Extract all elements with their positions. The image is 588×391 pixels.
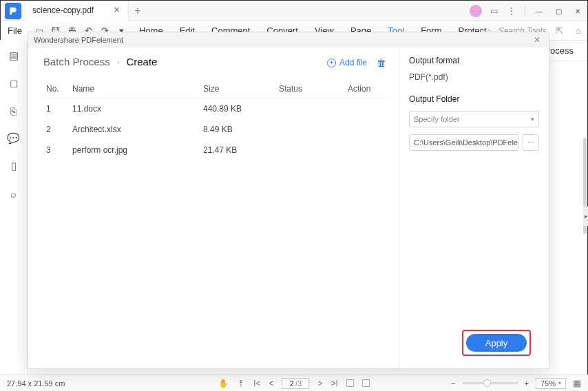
add-file-label: Add file [339, 58, 367, 67]
cell-no: 3 [43, 140, 70, 160]
cell-name: 11.docx [70, 98, 200, 120]
file-actions: + Add file 🗑 [327, 57, 386, 68]
zoom-select[interactable]: 75%▾ [536, 378, 566, 389]
dialog-close-icon[interactable]: ✕ [531, 35, 543, 45]
col-status: Status [276, 80, 345, 98]
expand-panel-icon[interactable]: ▸ [583, 207, 588, 226]
files-table: No. Name Size Status Action 111.docx440.… [43, 80, 386, 160]
output-settings-panel: Output format PDF(*.pdf) Output Folder S… [399, 47, 549, 368]
cell-action [345, 119, 386, 140]
tab-label: science-copy.pdf [32, 6, 94, 15]
delete-icon[interactable]: 🗑 [377, 57, 386, 68]
apply-button[interactable]: Apply [466, 334, 527, 352]
app-logo [5, 3, 21, 19]
minimize-button[interactable]: — [532, 4, 546, 18]
cell-action [345, 98, 386, 120]
maximize-button[interactable]: ▢ [552, 4, 565, 18]
title-bar: science-copy.pdf ✕ + ▭ ⋮ — ▢ ✕ [1, 1, 587, 21]
dialog-title: Wondershare PDFelement [34, 36, 123, 44]
zoom-out-icon[interactable]: − [451, 379, 455, 388]
notification-icon[interactable]: ▭ [487, 6, 500, 16]
home-icon[interactable]: ⌂ [572, 25, 585, 37]
cell-no: 1 [43, 98, 70, 120]
next-page-icon[interactable]: > [318, 379, 323, 388]
chevron-down-icon: ▾ [531, 116, 534, 123]
output-format-value: PDF(*.pdf) [409, 72, 539, 82]
cell-size: 21.47 KB [200, 140, 276, 160]
comments-icon[interactable]: 💬 [8, 132, 20, 145]
cell-size: 440.89 KB [200, 98, 276, 120]
prev-page-icon[interactable]: < [269, 379, 273, 388]
output-path-field[interactable]: C:\Users\Geili\Desktop\PDFelement\Cr [409, 134, 518, 151]
last-page-icon[interactable]: >I [331, 379, 338, 388]
cell-name: perform ocr.jpg [70, 140, 200, 160]
file-menu[interactable]: File [1, 25, 29, 36]
cell-action [345, 140, 386, 160]
cell-status [276, 98, 345, 120]
chevron-right-icon: › [117, 58, 120, 66]
share-icon[interactable]: ⇱ [553, 25, 565, 37]
add-file-button[interactable]: + Add file [327, 58, 367, 67]
breadcrumb-root[interactable]: Batch Process [43, 56, 110, 67]
two-page-icon[interactable] [362, 379, 370, 387]
document-tab[interactable]: science-copy.pdf ✕ [25, 1, 129, 21]
kebab-menu-icon[interactable]: ⋮ [505, 6, 518, 16]
new-tab-button[interactable]: + [129, 5, 147, 17]
plus-circle-icon: + [327, 59, 336, 67]
batch-process-dialog: Wondershare PDFelement ✕ + Add file 🗑 Ba… [28, 32, 549, 369]
breadcrumb-current: Create [126, 56, 157, 67]
output-format-label: Output format [409, 56, 539, 65]
col-name: Name [70, 80, 200, 98]
output-folder-select[interactable]: Specify folder ▾ [409, 111, 539, 127]
cell-status [276, 119, 345, 140]
close-window-button[interactable]: ✕ [571, 4, 585, 18]
cell-name: Architect.xlsx [70, 119, 200, 140]
file-list-panel: Batch Process › Create No. Name Size Sta… [28, 47, 399, 368]
window-controls: ▭ ⋮ — ▢ ✕ [470, 1, 585, 21]
attachments-icon[interactable]: ▯ [8, 160, 20, 172]
pdfelement-logo-icon [8, 6, 18, 16]
browse-folder-button[interactable]: ⋯ [523, 134, 539, 151]
select-tool-icon[interactable]: ⭱ [237, 379, 245, 388]
zoom-controls: − + 75%▾ ▦ [451, 378, 581, 389]
single-page-icon[interactable] [346, 379, 354, 387]
output-folder-placeholder: Specify folder [414, 115, 460, 123]
page-dimensions: 27.94 x 21.59 cm [7, 379, 65, 388]
close-tab-icon[interactable]: ✕ [109, 6, 124, 14]
bookmark-ribbon-icon[interactable]: ⎘ [8, 105, 20, 117]
account-avatar-icon[interactable] [470, 5, 482, 17]
status-bar: 27.94 x 21.59 cm ✋ ⭱ I< < 2 /3 > >I − + … [0, 374, 588, 391]
hand-tool-icon[interactable]: ✋ [218, 379, 229, 388]
cell-status [276, 140, 345, 160]
zoom-in-icon[interactable]: + [525, 379, 529, 388]
zoom-slider[interactable] [463, 382, 518, 384]
cell-no: 2 [43, 119, 70, 140]
page-number-input[interactable]: 2 /3 [282, 378, 310, 389]
table-row[interactable]: 111.docx440.89 KB [43, 98, 386, 120]
fit-grid-icon[interactable]: ▦ [573, 378, 581, 388]
bookmarks-icon[interactable]: ◻ [8, 77, 20, 89]
output-folder-label: Output Folder [409, 94, 539, 104]
first-page-icon[interactable]: I< [253, 379, 260, 388]
table-row[interactable]: 2Architect.xlsx8.49 KB [43, 119, 386, 140]
page-controls: ✋ ⭱ I< < 2 /3 > >I [218, 378, 370, 389]
col-action: Action [345, 80, 386, 98]
side-rail: ▤ ◻ ⎘ 💬 ▯ ⌕ [0, 40, 28, 374]
cell-size: 8.49 KB [200, 119, 276, 140]
search-panel-icon[interactable]: ⌕ [8, 187, 20, 200]
apply-highlight: Apply [462, 330, 531, 356]
thumbnails-icon[interactable]: ▤ [8, 50, 20, 62]
col-size: Size [200, 80, 276, 98]
col-no: No. [43, 80, 70, 98]
dialog-titlebar: Wondershare PDFelement ✕ [28, 32, 549, 47]
table-row[interactable]: 3perform ocr.jpg21.47 KB [43, 140, 386, 160]
